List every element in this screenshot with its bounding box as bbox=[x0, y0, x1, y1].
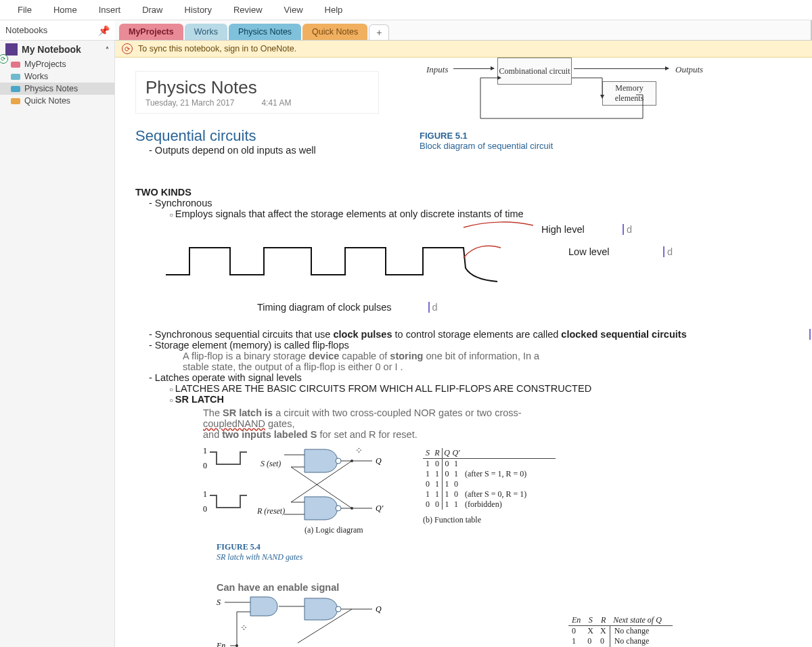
sidebar-item-label: Physics Notes bbox=[24, 84, 78, 93]
svg-text:Q: Q bbox=[376, 604, 382, 614]
note-bullet: Synchronous sequential circuits that use… bbox=[149, 329, 792, 340]
note-marker: d bbox=[428, 302, 438, 313]
svg-text:S: S bbox=[217, 598, 221, 607]
svg-text:1: 1 bbox=[203, 446, 207, 455]
menu-draw[interactable]: Draw bbox=[131, 1, 173, 19]
section-color-icon bbox=[11, 74, 20, 80]
timing-low-label: Low level bbox=[568, 246, 609, 257]
sidebar-item-label: MyProjects bbox=[24, 60, 66, 69]
section-tabs: MyProjects Works Physics Notes Quick Not… bbox=[115, 20, 812, 41]
rreset-label: R (reset) bbox=[257, 506, 285, 516]
svg-marker-1 bbox=[600, 95, 604, 99]
svg-marker-0 bbox=[497, 76, 501, 80]
heading-twokinds: TWO KINDS bbox=[135, 187, 792, 198]
fig54-label: FIGURE 5.4 bbox=[217, 542, 302, 552]
handle-icon[interactable]: ⁘ bbox=[240, 623, 248, 633]
fig54-caption: SR latch with NAND gates bbox=[217, 552, 302, 562]
fig51-caption: Block diagram of sequential circuit bbox=[420, 141, 553, 151]
menu-file[interactable]: File bbox=[7, 1, 43, 19]
sidebar-item-label: Works bbox=[24, 72, 48, 81]
banner-text: To sync this notebook, sign in to OneNot… bbox=[138, 44, 296, 53]
tab-quicknotes[interactable]: Quick Notes bbox=[302, 24, 367, 40]
svg-point-18 bbox=[351, 460, 353, 462]
svg-text:Q: Q bbox=[376, 456, 382, 466]
note-bullet: Synchronous bbox=[149, 198, 792, 208]
note-marker: d bbox=[623, 224, 632, 235]
sr-function-table: S R Q Q' 10011101(after S = 1, R = 0)011… bbox=[423, 448, 556, 525]
ribbon-menu: File Home Insert Draw History Review Vie… bbox=[0, 0, 812, 20]
notebook-item[interactable]: My Notebook ˄ bbox=[0, 41, 114, 58]
sidebar-item-physics[interactable]: Physics Notes bbox=[0, 83, 114, 95]
section-color-icon bbox=[11, 62, 20, 68]
section-color-icon bbox=[11, 86, 20, 92]
menu-view[interactable]: View bbox=[273, 1, 314, 19]
figure-sr-latch: 1 0 1 0 S (set) R (reset) bbox=[203, 444, 582, 573]
page-date: Tuesday, 21 March 2017 bbox=[145, 98, 234, 108]
page-title[interactable]: Physics Notes bbox=[145, 77, 369, 98]
note-bullet: Latches operate with signal levels bbox=[149, 372, 792, 383]
svg-text:0: 0 bbox=[203, 461, 207, 470]
figure-sr-enable: S Q En bbox=[135, 596, 704, 647]
svg-text:Q': Q' bbox=[376, 504, 384, 513]
sync-warning-icon: ⟳ bbox=[122, 43, 133, 54]
sidebar: My Notebook ˄ ⟳ MyProjects Works Physics… bbox=[0, 41, 115, 647]
sync-banner[interactable]: ⟳ To sync this notebook, sign in to OneN… bbox=[115, 41, 812, 58]
note-marker: d bbox=[663, 246, 673, 257]
svg-text:0: 0 bbox=[203, 504, 207, 514]
figure-5-1: Inputs Combinational circuit Outputs Mem… bbox=[420, 58, 744, 156]
timing-high-label: High level bbox=[541, 224, 585, 235]
function-table-label: (b) Function table bbox=[423, 515, 556, 525]
svg-point-6 bbox=[336, 458, 341, 464]
note-bullet: SR LATCH bbox=[169, 394, 792, 405]
sset-label: S (set) bbox=[261, 459, 281, 469]
menu-insert[interactable]: Insert bbox=[88, 1, 132, 19]
tab-add[interactable]: + bbox=[369, 24, 389, 40]
note-marker: d bbox=[809, 329, 812, 340]
menu-help[interactable]: Help bbox=[314, 1, 354, 19]
svg-text:En: En bbox=[217, 641, 225, 647]
menu-home[interactable]: Home bbox=[43, 1, 88, 19]
page-time: 4:41 AM bbox=[261, 98, 291, 108]
note-canvas[interactable]: Physics Notes Tuesday, 21 March 2017 4:4… bbox=[115, 58, 812, 647]
svg-point-11 bbox=[336, 506, 341, 511]
svg-text:1: 1 bbox=[203, 489, 207, 499]
enable-function-table: En S R Next state of Q 0XXNo change100No… bbox=[568, 615, 673, 647]
svg-point-24 bbox=[336, 606, 341, 612]
handle-icon[interactable]: ⁘ bbox=[355, 445, 363, 455]
logic-diagram-label: (a) Logic diagram bbox=[304, 525, 363, 535]
sidebar-item-label: Quick Notes bbox=[24, 96, 70, 106]
note-bullet: LATCHES ARE THE BASIC CIRCUITS FROM WHIC… bbox=[169, 383, 792, 394]
sidebar-item-myprojects[interactable]: MyProjects bbox=[0, 58, 114, 70]
timing-diagram: High level d Low level d bbox=[162, 227, 656, 288]
section-color-icon bbox=[11, 98, 20, 104]
pin-icon[interactable]: 📌 bbox=[98, 25, 110, 36]
fig51-inputs-label: Inputs bbox=[426, 64, 449, 75]
notebooks-label: Notebooks bbox=[5, 25, 47, 35]
tab-physics[interactable]: Physics Notes bbox=[229, 24, 301, 40]
svg-point-19 bbox=[351, 507, 353, 510]
timing-caption: Timing diagram of clock pulses bbox=[257, 302, 392, 313]
svg-point-30 bbox=[235, 644, 238, 647]
chevron-up-icon[interactable]: ˄ bbox=[106, 46, 109, 53]
menu-history[interactable]: History bbox=[174, 1, 223, 19]
notebooks-panel-header: Notebooks 📌 bbox=[0, 20, 115, 41]
note-bullet: Storage element (memory) is called flip-… bbox=[149, 340, 792, 351]
tab-works[interactable]: Works bbox=[185, 24, 227, 40]
sidebar-item-quicknotes[interactable]: Quick Notes bbox=[0, 95, 114, 107]
enable-heading: Can have an enable signal bbox=[217, 582, 792, 593]
sidebar-item-works[interactable]: Works bbox=[0, 70, 114, 83]
tab-myprojects[interactable]: MyProjects bbox=[119, 24, 183, 40]
notebook-icon bbox=[5, 43, 18, 55]
fig51-label: FIGURE 5.1 bbox=[420, 131, 553, 141]
menu-review[interactable]: Review bbox=[223, 1, 273, 19]
notebook-title: My Notebook bbox=[22, 44, 81, 55]
